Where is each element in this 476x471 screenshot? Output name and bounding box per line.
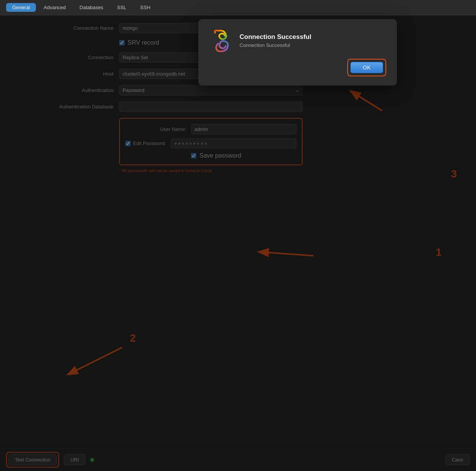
ok-highlight-box: OK [347, 59, 386, 76]
ok-button[interactable]: OK [350, 62, 383, 73]
tab-bar: General Advanced Databases SSL SSH [0, 0, 476, 15]
tab-databases[interactable]: Databases [73, 3, 109, 12]
tab-ssl[interactable]: SSL [111, 3, 133, 12]
popup-title: Connection Successful [240, 33, 311, 41]
popup-text-group: Connection Successful Connection Success… [240, 33, 311, 48]
popup-overlay[interactable]: Connection Successful Connection Success… [0, 15, 476, 471]
navicat-logo [209, 28, 233, 53]
popup-subtitle: Connection Successful [240, 42, 311, 48]
tab-advanced[interactable]: Advanced [37, 3, 72, 12]
tab-ssh[interactable]: SSH [134, 3, 157, 12]
popup-header: Connection Successful Connection Success… [209, 28, 386, 53]
tab-general[interactable]: General [6, 3, 36, 12]
connection-success-popup: Connection Successful Connection Success… [198, 19, 397, 85]
popup-ok-row: OK [209, 59, 386, 76]
